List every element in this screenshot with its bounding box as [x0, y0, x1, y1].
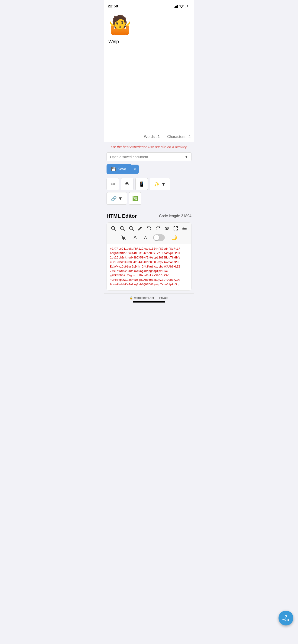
unpin-btn[interactable]: [120, 234, 127, 241]
code-line-2: 6bQGfCMfM7Bxcz4NS+t8AeMeOuVlvz+6d4NwpXPP…: [110, 252, 180, 255]
code-content[interactable]: y2/7AtcO4iagSaFhRizC/AcdiBE4hFS7yd/FSdRt…: [107, 244, 191, 290]
document-text[interactable]: Welp: [108, 38, 190, 45]
pen-btn[interactable]: [137, 225, 144, 232]
battery-icon: 2: [185, 5, 190, 8]
eye-icon: 👁: [125, 182, 130, 187]
email-icon: ✉: [111, 181, 115, 187]
toolbar-area: ▼ 💾 Save ▼ ✉ 👁 📱 ✨ ▼ 🔗 ▼ 🈯: [104, 152, 194, 208]
wand-icon: ✨: [154, 181, 160, 187]
svg-line-8: [132, 229, 133, 230]
html-editor-header: HTML Editor Code length: 31894: [107, 213, 191, 219]
wifi-icon: [179, 4, 184, 8]
link-button[interactable]: 🔗 ▼: [107, 192, 127, 205]
save-button[interactable]: 💾 Save: [107, 164, 131, 174]
home-indicator[interactable]: [133, 301, 165, 302]
html-editor-section: HTML Editor Code length: 31894: [104, 208, 194, 294]
status-time: 22:58: [108, 4, 118, 8]
redo-btn[interactable]: [154, 225, 161, 232]
svg-line-1: [114, 229, 116, 230]
code-line-6: ZW9TqVwlG2Ba0sJAA0Gj40NpgMApfprRuA/: [110, 270, 168, 273]
zoom-out-btn[interactable]: [119, 225, 126, 232]
svg-line-4: [123, 229, 124, 230]
zoom-in-btn[interactable]: [128, 225, 135, 232]
code-line-7: g7EPBEBSAiBVgqnjh1Bszd3nk+e32C/cK3V: [110, 274, 168, 277]
code-line-9: 9pooPhdHhKa4oZagBxbSQOlDWBya+p7ebw6ipPnS…: [110, 283, 180, 286]
open-doc-input[interactable]: [107, 152, 181, 161]
document-area[interactable]: 🤷 Welp: [104, 11, 194, 132]
indent-btn[interactable]: [181, 225, 188, 232]
editor-toolbar-row-1: [110, 225, 188, 232]
editor-box[interactable]: A A 🌙 y2/7AtcO4iagSaFhRizC/AcdiBE4hFS7yd…: [107, 222, 191, 291]
editor-toolbar: A A 🌙: [107, 222, 191, 244]
bottom-bar: 🔒 wordtohtml.net — Private: [104, 294, 194, 307]
wand-chevron: ▼: [161, 182, 166, 187]
save-dropdown-button[interactable]: ▼: [131, 164, 139, 174]
translate-icon: 🈯: [132, 196, 138, 201]
bottom-bar-url: 🔒 wordtohtml.net — Private: [107, 296, 191, 300]
code-length-text: Code length: 31894: [159, 214, 191, 218]
svg-line-9: [140, 228, 141, 228]
open-doc-row: ▼: [107, 152, 191, 161]
svg-point-11: [166, 228, 167, 229]
word-count-bar: Words : 1 Characters : 4: [104, 132, 194, 142]
code-line-8: +9Pe7VpaWXu36/vW6jNdAHl6cZ4EQhZstYzwbeKZ…: [110, 278, 180, 282]
search-btn[interactable]: [110, 225, 117, 232]
save-label: Save: [118, 167, 126, 171]
desktop-notice-text: For the best experience use our site on …: [111, 145, 187, 149]
translate-button[interactable]: 🈯: [129, 192, 141, 205]
moon-btn[interactable]: 🌙: [170, 234, 178, 241]
char-count: Characters : 4: [167, 135, 191, 139]
mobile-icon: 📱: [139, 181, 145, 187]
expand-btn[interactable]: [172, 225, 179, 232]
code-line-3: losl6thSmtnudwSbOX58+fl/9sLpLSQ30HodTtwH…: [110, 256, 180, 260]
view-btn[interactable]: [163, 225, 170, 232]
save-icon: 💾: [111, 167, 116, 171]
code-line-4: uLC+/USl1KWP054zB4W0AXoCDEALPDy74awDA8eP…: [110, 261, 180, 264]
lock-icon: 🔒: [130, 296, 133, 300]
code-line-5: EVxVxvzJs91ur2pDhhjD/t8WutxxgsbcNCAAb0+L…: [110, 265, 180, 268]
undo-btn[interactable]: [146, 225, 152, 232]
word-count: Words : 1: [144, 135, 160, 139]
status-bar: 22:58 2: [104, 0, 194, 11]
link-icon: 🔗: [111, 196, 117, 201]
email-button[interactable]: ✉: [107, 178, 119, 190]
desktop-notice: For the best experience use our site on …: [104, 142, 194, 152]
preview-button[interactable]: 👁: [121, 178, 133, 190]
site-url: wordtohtml.net: [134, 296, 154, 300]
dark-mode-toggle[interactable]: [153, 234, 165, 241]
status-icons: 2: [174, 4, 190, 8]
editor-toolbar-row-2: A A 🌙: [110, 234, 188, 242]
font-size-large-btn[interactable]: A: [133, 234, 138, 242]
document-emoji: 🤷: [108, 16, 190, 34]
action-buttons: ✉ 👁 📱 ✨ ▼ 🔗 ▼ 🈯: [107, 178, 191, 205]
code-line-1: y2/7AtcO4iagSaFhRizC/AcdiBE4hFS7yd/FSdRt…: [110, 247, 180, 250]
save-btn-row: 💾 Save ▼: [107, 164, 191, 174]
wand-button[interactable]: ✨ ▼: [150, 178, 170, 190]
html-editor-title: HTML Editor: [107, 213, 137, 219]
privacy-label: — Private: [155, 296, 168, 300]
signal-bars-icon: [174, 5, 178, 8]
mobile-preview-button[interactable]: 📱: [135, 178, 148, 190]
link-chevron: ▼: [118, 196, 123, 201]
open-doc-chevron-btn[interactable]: ▼: [181, 152, 191, 161]
font-size-small-btn[interactable]: A: [143, 234, 148, 241]
